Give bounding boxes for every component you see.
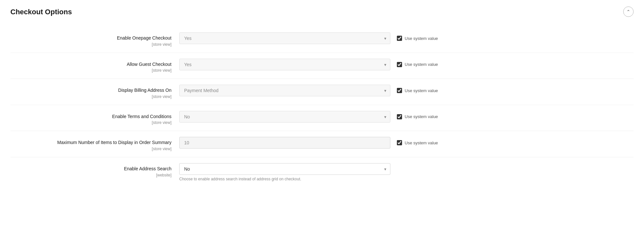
system-value-onepage-checkout: Use system value	[397, 36, 438, 41]
page-title: Checkout Options	[10, 8, 634, 16]
label-cell-address-search: Enable Address Search[website]	[10, 163, 179, 177]
label-cell-max-items: Maximum Number of Items to Display in Or…	[10, 137, 179, 151]
select-wrapper-billing-address: Payment MethodPayment Page▾	[179, 85, 390, 96]
label-main-max-items: Maximum Number of Items to Display in Or…	[10, 139, 171, 146]
select-billing-address[interactable]: Payment MethodPayment Page	[179, 85, 390, 96]
form-row-terms-conditions: Enable Terms and Conditions[store view]Y…	[10, 105, 634, 131]
label-cell-guest-checkout: Allow Guest Checkout[store view]	[10, 59, 179, 73]
control-with-hint-address-search: YesNo▾Choose to enable address search in…	[179, 163, 390, 181]
control-cell-billing-address: Payment MethodPayment Page▾Use system va…	[179, 85, 634, 96]
system-value-guest-checkout: Use system value	[397, 62, 438, 67]
label-scope-address-search: [website]	[10, 173, 171, 177]
select-guest-checkout[interactable]: YesNo	[179, 59, 390, 70]
system-value-label-terms-conditions: Use system value	[405, 114, 438, 119]
label-main-onepage-checkout: Enable Onepage Checkout	[10, 35, 171, 42]
system-value-checkbox-guest-checkout[interactable]	[397, 62, 402, 67]
control-with-hint-max-items: Use system value	[179, 137, 438, 149]
control-cell-guest-checkout: YesNo▾Use system value	[179, 59, 634, 70]
select-address-search[interactable]: YesNo	[179, 163, 390, 175]
label-cell-billing-address: Display Billing Address On[store view]	[10, 85, 179, 99]
control-row-max-items: Use system value	[179, 137, 438, 149]
select-wrapper-onepage-checkout: YesNo▾	[179, 32, 390, 44]
control-cell-address-search: YesNo▾Choose to enable address search in…	[179, 163, 634, 181]
system-value-max-items: Use system value	[397, 140, 438, 145]
control-with-hint-guest-checkout: YesNo▾Use system value	[179, 59, 438, 70]
control-row-billing-address: Payment MethodPayment Page▾Use system va…	[179, 85, 438, 96]
system-value-label-max-items: Use system value	[405, 140, 438, 145]
control-with-hint-onepage-checkout: YesNo▾Use system value	[179, 32, 438, 44]
label-scope-onepage-checkout: [store view]	[10, 42, 171, 47]
control-with-hint-terms-conditions: YesNo▾Use system value	[179, 111, 438, 123]
input-max-items[interactable]	[179, 137, 390, 149]
label-cell-terms-conditions: Enable Terms and Conditions[store view]	[10, 111, 179, 125]
select-onepage-checkout[interactable]: YesNo	[179, 32, 390, 44]
label-cell-onepage-checkout: Enable Onepage Checkout[store view]	[10, 32, 179, 47]
collapse-button[interactable]: ⌃	[623, 6, 634, 17]
system-value-label-billing-address: Use system value	[405, 88, 438, 93]
select-terms-conditions[interactable]: YesNo	[179, 111, 390, 123]
system-value-label-guest-checkout: Use system value	[405, 62, 438, 67]
chevron-up-icon: ⌃	[626, 9, 630, 14]
system-value-billing-address: Use system value	[397, 88, 438, 93]
control-cell-terms-conditions: YesNo▾Use system value	[179, 111, 634, 123]
system-value-terms-conditions: Use system value	[397, 114, 438, 119]
system-value-checkbox-billing-address[interactable]	[397, 88, 402, 93]
form-row-address-search: Enable Address Search[website]YesNo▾Choo…	[10, 157, 634, 187]
control-cell-max-items: Use system value	[179, 137, 634, 149]
system-value-label-onepage-checkout: Use system value	[405, 36, 438, 41]
system-value-checkbox-onepage-checkout[interactable]	[397, 36, 402, 41]
form-row-guest-checkout: Allow Guest Checkout[store view]YesNo▾Us…	[10, 53, 634, 79]
page-container: Checkout Options ⌃ Enable Onepage Checko…	[0, 0, 644, 241]
label-main-address-search: Enable Address Search	[10, 166, 171, 172]
label-scope-billing-address: [store view]	[10, 94, 171, 99]
form-row-max-items: Maximum Number of Items to Display in Or…	[10, 131, 634, 157]
label-scope-terms-conditions: [store view]	[10, 120, 171, 125]
system-value-checkbox-terms-conditions[interactable]	[397, 114, 402, 119]
form-row-billing-address: Display Billing Address On[store view]Pa…	[10, 79, 634, 105]
control-row-terms-conditions: YesNo▾Use system value	[179, 111, 438, 123]
label-main-guest-checkout: Allow Guest Checkout	[10, 61, 171, 68]
select-wrapper-guest-checkout: YesNo▾	[179, 59, 390, 70]
label-main-billing-address: Display Billing Address On	[10, 87, 171, 94]
system-value-checkbox-max-items[interactable]	[397, 140, 402, 145]
form-row-onepage-checkout: Enable Onepage Checkout[store view]YesNo…	[10, 27, 634, 53]
hint-address-search: Choose to enable address search instead …	[179, 177, 390, 181]
select-wrapper-address-search: YesNo▾	[179, 163, 390, 175]
control-cell-onepage-checkout: YesNo▾Use system value	[179, 32, 634, 44]
label-scope-guest-checkout: [store view]	[10, 68, 171, 73]
control-with-hint-billing-address: Payment MethodPayment Page▾Use system va…	[179, 85, 438, 96]
select-wrapper-terms-conditions: YesNo▾	[179, 111, 390, 123]
checkout-options-form: Enable Onepage Checkout[store view]YesNo…	[10, 27, 634, 187]
label-scope-max-items: [store view]	[10, 147, 171, 151]
label-main-terms-conditions: Enable Terms and Conditions	[10, 114, 171, 120]
control-row-address-search: YesNo▾	[179, 163, 390, 175]
control-row-onepage-checkout: YesNo▾Use system value	[179, 32, 438, 44]
control-row-guest-checkout: YesNo▾Use system value	[179, 59, 438, 70]
